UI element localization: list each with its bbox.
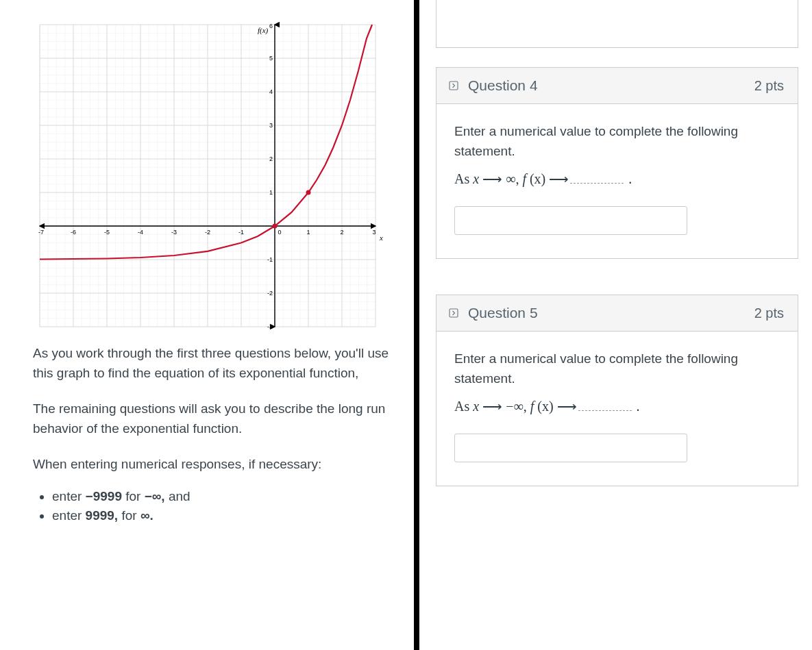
svg-text:2: 2: [340, 229, 343, 236]
chevron-right-icon: [446, 78, 461, 93]
instructions-list: enter −9999 for −∞, and enter 9999, for …: [33, 489, 389, 523]
svg-rect-105: [450, 82, 458, 90]
svg-text:-7: -7: [38, 229, 44, 236]
list-item: enter 9999, for ∞.: [52, 508, 389, 523]
question-header[interactable]: Question 5 2 pts: [436, 295, 798, 332]
question-title: Question 4: [468, 77, 538, 94]
svg-text:-3: -3: [267, 323, 273, 330]
svg-text:0: 0: [278, 229, 281, 236]
svg-text:3: 3: [269, 122, 273, 129]
intro-paragraph-3: When entering numerical responses, if ne…: [33, 454, 389, 474]
question-math: As x ⟶ −∞, f (x) ⟶ .: [454, 398, 780, 414]
previous-question-fragment: [436, 0, 798, 48]
svg-text:-2: -2: [267, 290, 273, 297]
svg-text:6: 6: [269, 23, 273, 29]
svg-text:3: 3: [372, 229, 376, 236]
svg-text:1: 1: [306, 229, 310, 236]
question-title: Question 5: [468, 305, 538, 321]
question-points: 2 pts: [754, 305, 784, 321]
question-stem: Enter a numerical value to complete the …: [454, 122, 780, 161]
question-math: As x ⟶ ∞, f (x) ⟶ .: [454, 171, 780, 187]
svg-text:2: 2: [269, 155, 273, 162]
question-header[interactable]: Question 4 2 pts: [436, 68, 798, 104]
svg-rect-106: [450, 309, 458, 317]
answer-input[interactable]: [454, 434, 687, 462]
question-card-5: Question 5 2 pts Enter a numerical value…: [436, 295, 798, 486]
chevron-right-icon: [446, 305, 461, 321]
list-item: enter −9999 for −∞, and: [52, 489, 389, 504]
svg-text:-1: -1: [267, 256, 273, 263]
svg-text:-5: -5: [104, 229, 110, 236]
question-points: 2 pts: [754, 78, 784, 94]
svg-text:1: 1: [269, 189, 273, 196]
svg-text:-2: -2: [205, 229, 210, 236]
svg-text:4: 4: [269, 88, 273, 95]
svg-text:-3: -3: [171, 229, 177, 236]
intro-paragraph-1: As you work through the first three ques…: [33, 343, 389, 384]
exponential-graph: -7-6-5-4-3-2-10123 654321-1-2-3 f(x) x: [33, 19, 389, 338]
question-card-4: Question 4 2 pts Enter a numerical value…: [436, 67, 798, 259]
svg-point-103: [273, 224, 278, 229]
svg-text:-4: -4: [138, 229, 143, 236]
question-stem: Enter a numerical value to complete the …: [454, 349, 780, 388]
svg-text:-1: -1: [238, 229, 244, 236]
svg-point-104: [306, 190, 311, 195]
svg-text:x: x: [379, 234, 383, 242]
svg-text:-6: -6: [71, 229, 76, 236]
intro-paragraph-2: The remaining questions will ask you to …: [33, 399, 389, 439]
svg-text:5: 5: [269, 55, 273, 62]
svg-text:f(x): f(x): [258, 26, 269, 35]
answer-input[interactable]: [454, 206, 687, 235]
